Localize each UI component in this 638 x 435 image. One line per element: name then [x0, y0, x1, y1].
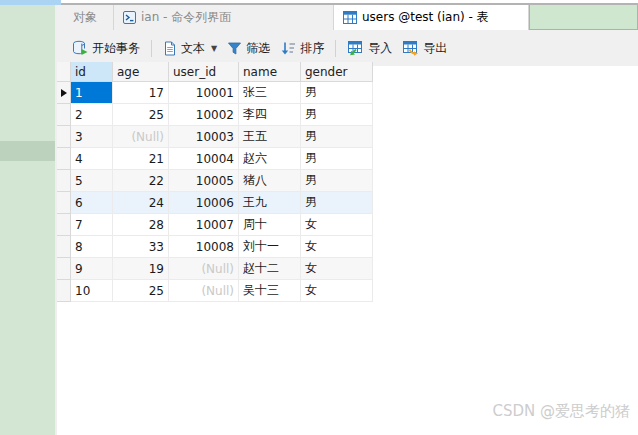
cell-name[interactable]: 吴十三 — [239, 280, 301, 302]
row-selector[interactable] — [57, 236, 71, 258]
cell-age[interactable]: 24 — [113, 192, 169, 214]
cell-gender[interactable]: 男 — [301, 192, 373, 214]
table-row: 2 25 10002 李四 男 — [57, 104, 373, 126]
cell-id[interactable]: 8 — [71, 236, 113, 258]
row-selector[interactable] — [57, 82, 71, 104]
cell-age[interactable]: 33 — [113, 236, 169, 258]
cell-name[interactable]: 猪八 — [239, 170, 301, 192]
row-selector[interactable] — [57, 214, 71, 236]
cell-id[interactable]: 2 — [71, 104, 113, 126]
transaction-icon — [72, 40, 88, 56]
export-button[interactable]: 导出 — [397, 37, 452, 60]
cell-id[interactable]: 10 — [71, 280, 113, 302]
row-selector[interactable] — [57, 280, 71, 302]
column-header-gender[interactable]: gender — [301, 62, 373, 82]
cell-gender[interactable]: 男 — [301, 148, 373, 170]
import-icon — [347, 41, 364, 56]
cell-user_id[interactable]: 10003 — [169, 126, 239, 148]
cell-user_id[interactable]: 10006 — [169, 192, 239, 214]
row-selector[interactable] — [57, 104, 71, 126]
cell-gender[interactable]: 女 — [301, 236, 373, 258]
cell-gender[interactable]: 男 — [301, 170, 373, 192]
cell-user_id[interactable]: 10004 — [169, 148, 239, 170]
filter-icon — [227, 41, 242, 56]
tab-objects[interactable]: 对象 — [57, 5, 114, 30]
cell-gender[interactable]: 男 — [301, 126, 373, 148]
cell-name[interactable]: 周十 — [239, 214, 301, 236]
cell-age[interactable]: (Null) — [113, 126, 169, 148]
background-window-tab-area — [529, 5, 638, 30]
begin-transaction-button[interactable]: 开始事务 — [67, 37, 145, 60]
column-header-id[interactable]: id — [71, 62, 113, 82]
row-selector[interactable] — [57, 126, 71, 148]
table-icon — [343, 11, 357, 24]
cell-id[interactable]: 3 — [71, 126, 113, 148]
text-view-button[interactable]: 文本 ▼ — [158, 37, 222, 60]
cell-gender[interactable]: 女 — [301, 214, 373, 236]
cell-user_id[interactable]: 10007 — [169, 214, 239, 236]
row-selector[interactable] — [57, 258, 71, 280]
table-row: 5 22 10005 猪八 男 — [57, 170, 373, 192]
cell-user_id[interactable]: 10001 — [169, 82, 239, 104]
cell-name[interactable]: 李四 — [239, 104, 301, 126]
cell-id[interactable]: 4 — [71, 148, 113, 170]
cell-gender[interactable]: 男 — [301, 82, 373, 104]
cell-age[interactable]: 21 — [113, 148, 169, 170]
table-row: 1 17 10001 张三 男 — [57, 82, 373, 104]
import-button[interactable]: 导入 — [342, 37, 397, 60]
cell-age[interactable]: 17 — [113, 82, 169, 104]
sort-button[interactable]: 排序 — [275, 37, 329, 60]
navicat-window: 对象 ian - 命令列界面 u — [57, 5, 638, 435]
table-row: 8 33 10008 刘十一 女 — [57, 236, 373, 258]
table-row: 10 25 (Null) 吴十三 女 — [57, 280, 373, 302]
column-header-age[interactable]: age — [113, 62, 169, 82]
cell-age[interactable]: 25 — [113, 104, 169, 126]
cell-id[interactable]: 7 — [71, 214, 113, 236]
cell-user_id[interactable]: 10005 — [169, 170, 239, 192]
cell-gender[interactable]: 女 — [301, 280, 373, 302]
cell-age[interactable]: 22 — [113, 170, 169, 192]
cell-gender[interactable]: 男 — [301, 104, 373, 126]
table-row: 6 24 10006 王九 男 — [57, 192, 373, 214]
import-label: 导入 — [368, 40, 392, 57]
cell-name[interactable]: 王九 — [239, 192, 301, 214]
select-all-corner[interactable] — [57, 62, 71, 82]
cell-id[interactable]: 9 — [71, 258, 113, 280]
cell-name[interactable]: 赵六 — [239, 148, 301, 170]
row-selector[interactable] — [57, 170, 71, 192]
export-icon — [402, 41, 419, 56]
column-header-user_id[interactable]: user_id — [169, 62, 239, 82]
cell-id[interactable]: 5 — [71, 170, 113, 192]
table-row: 4 21 10004 赵六 男 — [57, 148, 373, 170]
tab-command-interface-label: ian - 命令列界面 — [141, 9, 231, 26]
cell-name[interactable]: 张三 — [239, 82, 301, 104]
chevron-down-icon: ▼ — [211, 44, 217, 53]
cell-age[interactable]: 28 — [113, 214, 169, 236]
column-header-name[interactable]: name — [239, 62, 301, 82]
cell-gender[interactable]: 女 — [301, 258, 373, 280]
cell-id[interactable]: 6 — [71, 192, 113, 214]
sort-icon — [280, 41, 296, 56]
cell-name[interactable]: 王五 — [239, 126, 301, 148]
grid-header-row: id age user_id name gender — [57, 62, 373, 82]
cell-id[interactable]: 1 — [71, 82, 113, 104]
row-selector[interactable] — [57, 148, 71, 170]
cell-user_id[interactable]: (Null) — [169, 280, 239, 302]
tab-users-table[interactable]: users @test (ian) - 表 — [334, 5, 529, 30]
cell-name[interactable]: 刘十一 — [239, 236, 301, 258]
cell-age[interactable]: 19 — [113, 258, 169, 280]
cell-user_id[interactable]: 10008 — [169, 236, 239, 258]
filter-label: 筛选 — [246, 40, 270, 57]
sort-label: 排序 — [300, 40, 324, 57]
cell-age[interactable]: 25 — [113, 280, 169, 302]
begin-transaction-label: 开始事务 — [92, 40, 140, 57]
table-row: 3 (Null) 10003 王五 男 — [57, 126, 373, 148]
cell-user_id[interactable]: (Null) — [169, 258, 239, 280]
cell-name[interactable]: 赵十二 — [239, 258, 301, 280]
tab-command-interface[interactable]: ian - 命令列界面 — [114, 5, 334, 30]
cell-user_id[interactable]: 10002 — [169, 104, 239, 126]
row-selector[interactable] — [57, 192, 71, 214]
terminal-icon — [123, 11, 136, 24]
filter-button[interactable]: 筛选 — [222, 37, 275, 60]
current-row-marker-icon — [61, 89, 67, 97]
